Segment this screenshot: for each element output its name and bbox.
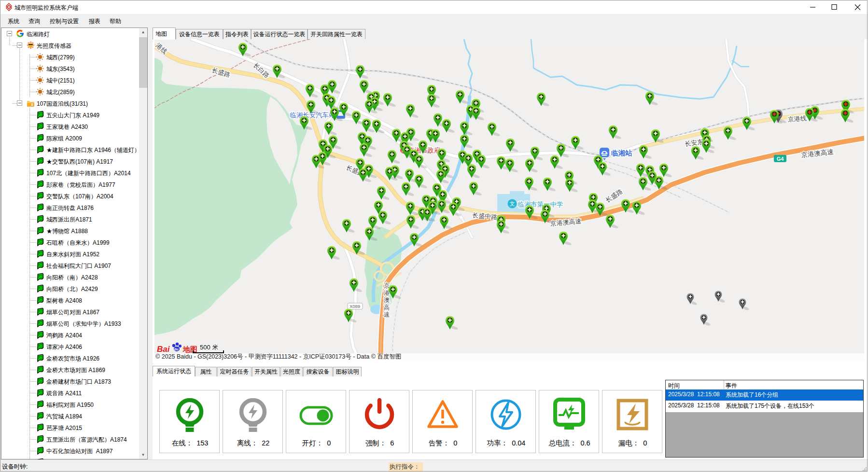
svg-text:Bai: Bai [157,345,170,354]
svg-text:地图: 地图 [182,345,197,353]
svg-text:du: du [174,347,179,351]
svg-text:京港线: 京港线 [787,114,807,123]
svg-text:文: 文 [510,201,515,207]
svg-text:500 米: 500 米 [200,344,218,351]
svg-text:澳: 澳 [384,297,390,304]
svg-text:X089: X089 [350,304,360,309]
svg-text:临湘市第一中学: 临湘市第一中学 [518,201,563,208]
svg-text:临湘长安汽车站: 临湘长安汽车站 [290,111,336,119]
svg-text:速: 速 [384,311,390,318]
svg-text:高: 高 [384,304,390,311]
svg-text:临湘站: 临湘站 [611,149,632,157]
svg-text:G4: G4 [777,156,784,162]
svg-text:© 2025 Baidu - GS(2023)3206号 -: © 2025 Baidu - GS(2023)3206号 - 甲测资字11111… [155,353,401,360]
